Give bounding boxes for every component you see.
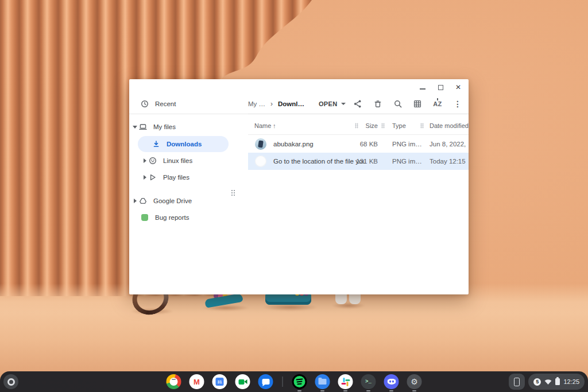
sidebar-item-play-files[interactable]: Play files — [129, 170, 244, 185]
phone-hub-button[interactable] — [509, 374, 525, 390]
file-size: 68 KB — [340, 141, 378, 148]
minimize-icon — [420, 88, 425, 90]
maximize-button[interactable] — [436, 83, 445, 92]
shelf-app-slack[interactable] — [338, 374, 353, 389]
sidebar-label: Google Drive — [153, 197, 192, 204]
shelf-apps: M 31 >_ — [167, 374, 422, 389]
spotify-icon — [294, 376, 305, 387]
chevron-right-icon[interactable] — [131, 199, 139, 203]
column-header-date-modified[interactable]: Date modified — [430, 122, 469, 129]
sidebar-item-downloads-selected[interactable]: Downloads — [138, 136, 229, 152]
share-button[interactable] — [349, 95, 366, 112]
status-area: 5 12:25 — [509, 374, 585, 390]
minimize-button[interactable] — [418, 83, 427, 92]
window-controls: ✕ — [418, 83, 463, 92]
android-bug-icon — [141, 214, 149, 222]
grid-view-icon — [413, 99, 422, 108]
grid-view-button[interactable] — [409, 95, 426, 112]
shelf-app-terminal[interactable]: >_ — [361, 374, 376, 389]
sidebar-label: Recent — [155, 100, 176, 107]
shelf-app-files[interactable] — [315, 374, 330, 389]
terminal-icon: >_ — [365, 379, 372, 385]
notification-count-badge: 5 — [533, 378, 541, 386]
sidebar-label: Linux files — [163, 157, 192, 164]
file-size: 131 KB — [340, 158, 378, 165]
shelf-separator — [283, 377, 283, 387]
shelf-app-discord[interactable] — [384, 374, 399, 389]
shelf: M 31 >_ — [0, 371, 588, 392]
breadcrumb: My … › Downl… — [248, 94, 304, 114]
sort-button[interactable]: AZ — [429, 95, 446, 112]
file-type: PNG im… — [392, 141, 422, 148]
chevron-right-icon[interactable] — [141, 175, 149, 180]
close-icon: ✕ — [455, 84, 461, 91]
sidebar-resize-handle[interactable] — [231, 189, 235, 196]
sort-az-icon: AZ — [433, 100, 442, 107]
launcher-button[interactable] — [3, 374, 18, 389]
close-button[interactable]: ✕ — [454, 83, 463, 92]
shelf-app-messages[interactable] — [258, 374, 273, 389]
file-list-header: Name ↑ Size Type Date modified — [248, 117, 469, 135]
sidebar-item-my-files[interactable]: My files — [129, 119, 244, 134]
gear-icon: ⚙ — [411, 378, 418, 386]
chevron-right-icon[interactable] — [141, 158, 149, 163]
search-button[interactable] — [389, 95, 407, 112]
file-row-selected[interactable]: Go to the location of the file you… 131 … — [248, 153, 469, 170]
toolbar-divider — [248, 114, 469, 114]
slack-icon — [341, 378, 350, 386]
breadcrumb-separator-icon: › — [270, 100, 273, 108]
file-thumbnail — [255, 156, 266, 167]
gmail-icon: M — [194, 378, 200, 386]
desktop: ✕ Recent My files Downloads — [0, 0, 588, 392]
column-header-size[interactable]: Size — [356, 122, 378, 129]
play-icon — [149, 173, 157, 181]
breadcrumb-my-files[interactable]: My … — [248, 100, 265, 107]
delete-button[interactable] — [369, 95, 386, 112]
file-date: Jun 8, 2022, 4:… — [430, 141, 467, 148]
shelf-app-chrome[interactable] — [167, 374, 181, 389]
files-folder-icon — [319, 379, 327, 385]
more-vertical-icon: ⋮ — [454, 99, 462, 108]
sidebar-label: Downloads — [167, 141, 202, 148]
shelf-app-meet[interactable] — [235, 374, 250, 389]
sidebar-item-google-drive[interactable]: Google Drive — [129, 193, 244, 208]
file-row[interactable]: abubakar.png 68 KB PNG im… Jun 8, 2022, … — [248, 135, 469, 153]
column-drag-handle[interactable] — [420, 123, 424, 129]
chevron-down-icon[interactable] — [131, 126, 139, 129]
open-button-label: OPEN — [319, 100, 337, 107]
column-header-name[interactable]: Name — [254, 122, 271, 129]
download-icon — [152, 140, 160, 148]
maximize-icon — [438, 85, 443, 90]
sidebar-item-bug-reports[interactable]: Bug reports — [129, 210, 244, 225]
discord-icon — [387, 379, 396, 385]
column-drag-handle[interactable] — [381, 123, 385, 129]
file-type: PNG im… — [392, 158, 422, 165]
shelf-app-spotify[interactable] — [292, 374, 307, 389]
sidebar-item-linux-files[interactable]: Linux files — [129, 153, 244, 168]
open-button[interactable]: OPEN — [315, 96, 349, 111]
calendar-icon: 31 — [216, 378, 224, 386]
phone-icon — [514, 378, 520, 386]
battery-icon — [555, 378, 560, 385]
search-icon — [393, 99, 403, 108]
sidebar-label: Play files — [163, 174, 189, 181]
shelf-app-settings[interactable]: ⚙ — [407, 374, 422, 389]
more-menu-button[interactable]: ⋮ — [449, 95, 466, 112]
shelf-app-gmail[interactable]: M — [189, 374, 204, 389]
google-drive-icon — [139, 197, 147, 205]
system-tray[interactable]: 5 12:25 — [528, 374, 585, 390]
file-name: abubakar.png — [273, 141, 314, 148]
shelf-app-calendar[interactable]: 31 — [212, 374, 227, 389]
sort-ascending-icon: ↑ — [273, 122, 276, 129]
share-icon — [353, 99, 362, 108]
messages-icon — [262, 379, 269, 385]
clock: 12:25 — [563, 378, 579, 385]
sidebar-label: Bug reports — [155, 214, 189, 221]
column-header-type[interactable]: Type — [392, 122, 406, 129]
sidebar-label: My files — [153, 123, 176, 130]
trash-icon — [373, 99, 382, 108]
files-app-window: ✕ Recent My files Downloads — [129, 79, 469, 294]
breadcrumb-downloads[interactable]: Downl… — [278, 100, 304, 107]
sidebar-item-recent[interactable]: Recent — [129, 96, 244, 111]
penguin-icon — [149, 157, 157, 165]
